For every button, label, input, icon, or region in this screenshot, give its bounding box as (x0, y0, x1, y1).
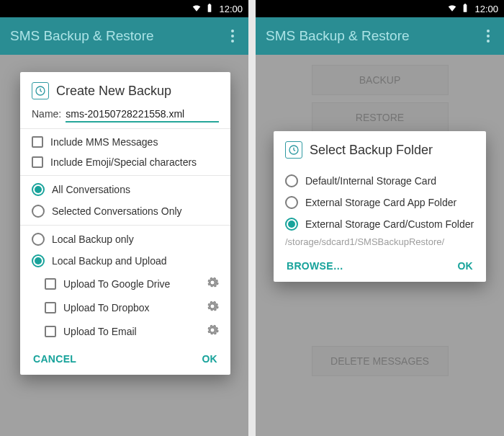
external-app-folder-label: External Storage Card App Folder (305, 197, 456, 208)
cancel-button[interactable]: CANCEL (33, 353, 76, 365)
ok-button[interactable]: OK (202, 353, 217, 365)
ok-button[interactable]: OK (457, 260, 473, 272)
default-storage-label: Default/Internal Storage Card (305, 175, 436, 187)
include-mms-row[interactable]: Include MMS Messages (20, 132, 230, 152)
external-custom-folder-row[interactable]: External Storage Card/Custom Folder (274, 213, 486, 235)
upload-gdrive-row[interactable]: Upload To Google Drive (20, 272, 230, 295)
local-upload-row[interactable]: Local Backup and Upload (20, 250, 230, 272)
upload-dropbox-row[interactable]: Upload To Dropbox (20, 295, 230, 319)
overflow-menu-icon[interactable] (482, 25, 494, 47)
dialog-title: Create New Backup (56, 84, 171, 99)
screen-right: 12:00 SMS Backup & Restore BACKUP RESTOR… (256, 0, 504, 436)
checkbox-icon (32, 136, 43, 148)
radio-icon (32, 183, 45, 196)
radio-icon (285, 174, 298, 187)
select-folder-dialog: Select Backup Folder Default/Internal St… (274, 131, 486, 282)
browse-button[interactable]: BROWSE… (287, 260, 343, 272)
radio-icon (285, 196, 298, 209)
include-emoji-row[interactable]: Include Emoji/Special characters (20, 152, 230, 172)
upload-dropbox-label: Upload To Dropbox (63, 302, 150, 313)
status-bar: 12:00 (0, 0, 248, 17)
local-only-label: Local Backup only (52, 233, 134, 245)
radio-icon (285, 218, 298, 231)
filename-input[interactable] (66, 107, 219, 123)
all-conversations-label: All Conversations (52, 184, 130, 195)
selected-conversations-label: Selected Conversations Only (52, 205, 182, 217)
checkbox-icon (45, 326, 56, 337)
gear-icon[interactable] (206, 300, 219, 315)
radio-icon (32, 254, 45, 267)
local-only-row[interactable]: Local Backup only (20, 228, 230, 250)
upload-email-label: Upload To Email (63, 326, 137, 337)
name-label: Name: (32, 108, 61, 120)
app-logo-icon (32, 82, 49, 99)
selected-conversations-row[interactable]: Selected Conversations Only (20, 200, 230, 222)
custom-path-text: /storage/sdcard1/SMSBackupRestore/ (274, 235, 486, 253)
wifi-icon (447, 3, 457, 15)
default-storage-row[interactable]: Default/Internal Storage Card (274, 170, 486, 192)
app-logo-icon (285, 141, 302, 159)
create-backup-dialog: Create New Backup Name: Include MMS Mess… (20, 72, 230, 375)
status-bar: 12:00 (256, 0, 504, 17)
radio-icon (32, 205, 45, 218)
include-emoji-label: Include Emoji/Special characters (50, 156, 197, 168)
include-mms-label: Include MMS Messages (50, 136, 158, 148)
gear-icon[interactable] (206, 276, 219, 291)
app-title: SMS Backup & Restore (10, 28, 154, 44)
external-custom-folder-label: External Storage Card/Custom Folder (305, 218, 474, 230)
app-title: SMS Backup & Restore (266, 28, 410, 44)
overflow-menu-icon[interactable] (227, 25, 238, 47)
screen-left: 12:00 SMS Backup & Restore Create New Ba… (0, 0, 248, 436)
checkbox-icon (45, 278, 56, 290)
upload-email-row[interactable]: Upload To Email (20, 319, 230, 343)
all-conversations-row[interactable]: All Conversations (20, 179, 230, 200)
battery-icon (460, 3, 470, 15)
external-app-folder-row[interactable]: External Storage Card App Folder (274, 192, 486, 213)
checkbox-icon (32, 156, 43, 168)
app-bar: SMS Backup & Restore (0, 17, 248, 55)
upload-gdrive-label: Upload To Google Drive (63, 278, 170, 290)
clock-text: 12:00 (474, 4, 498, 14)
battery-icon (204, 3, 215, 15)
wifi-icon (192, 3, 202, 15)
gear-icon[interactable] (206, 324, 219, 339)
dialog-title: Select Backup Folder (310, 143, 433, 158)
radio-icon (32, 233, 45, 246)
local-upload-label: Local Backup and Upload (52, 255, 167, 267)
app-bar: SMS Backup & Restore (256, 17, 504, 55)
clock-text: 12:00 (219, 4, 243, 14)
checkbox-icon (45, 302, 56, 313)
